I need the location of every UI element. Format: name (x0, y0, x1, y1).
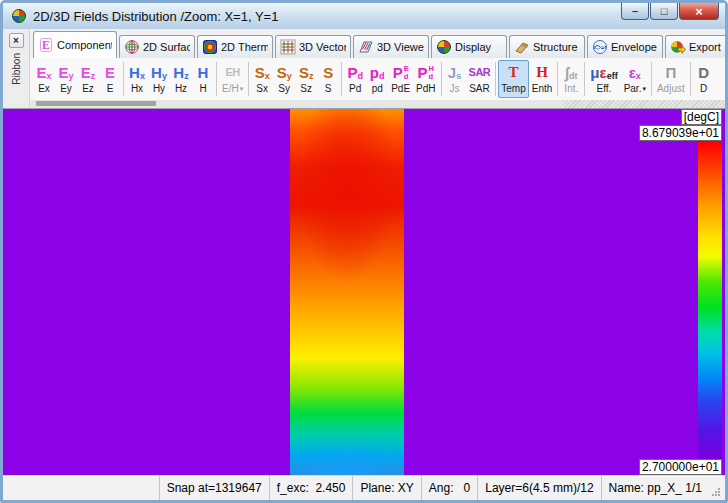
pdh-label: PdH (416, 82, 435, 95)
ey-glyph-icon: Ey (58, 63, 73, 82)
structure-icon (514, 39, 530, 55)
minimize-button[interactable]: – (621, 3, 649, 20)
enth-glyph-icon: H (536, 63, 548, 82)
temp-button[interactable]: TTemp (498, 60, 528, 98)
color-sphere-icon (436, 39, 452, 55)
par-button[interactable]: εxPar.▾ (621, 60, 649, 98)
tab-label: 2D Surface (143, 41, 190, 53)
hz-glyph-icon: Hz (173, 63, 188, 82)
pde-button[interactable]: PEdPdE (388, 60, 413, 98)
toolbar-separator (584, 62, 585, 96)
ribbon-rail-label: Ribbon (11, 53, 22, 85)
temp-glyph-icon: T (509, 63, 519, 82)
d-glyph-icon: D (698, 63, 709, 82)
pd-button[interactable]: PdPd (344, 60, 366, 98)
h-button[interactable]: HH (192, 60, 214, 98)
hz-label: Hz (175, 82, 187, 95)
s-button[interactable]: SS (317, 60, 339, 98)
e-button[interactable]: EE (99, 60, 121, 98)
eff-label: Eff. (597, 82, 612, 95)
tab-components[interactable]: EComponents (33, 31, 117, 58)
tab-display[interactable]: Display (431, 35, 507, 58)
close-button[interactable]: × (679, 3, 719, 20)
resize-grip[interactable] (709, 476, 723, 500)
ribbon-scrollbar-hatch (563, 100, 725, 108)
tab-label: 3D Viewer (377, 41, 424, 53)
e-h-button[interactable]: EHE/H▾ (219, 60, 246, 98)
int-glyph-icon: ∫dt (565, 63, 578, 82)
ribbon-rail: × Ribbon (3, 29, 30, 108)
enth-button[interactable]: HEnth (529, 60, 556, 98)
eff-glyph-icon: μεeff (590, 63, 617, 82)
tab-3d-vector[interactable]: 3D Vector (275, 35, 351, 58)
e-field-icon: E (38, 37, 54, 53)
toolbar-separator (690, 62, 691, 96)
toolbar-separator (123, 62, 124, 96)
pd-button[interactable]: pdpd (366, 60, 388, 98)
ey-button[interactable]: EyEy (55, 60, 77, 98)
s-label: S (325, 82, 332, 95)
envelope-icon (592, 39, 608, 55)
enth-label: Enth (532, 82, 553, 95)
sy-button[interactable]: SySy (273, 60, 295, 98)
restore-button[interactable]: □ (650, 3, 678, 20)
ex-glyph-icon: Ex (36, 63, 51, 82)
adjust-button[interactable]: ΠAdjust (654, 60, 688, 98)
tab-label: Components (57, 39, 112, 51)
h-glyph-icon: H (198, 63, 209, 82)
tab-export[interactable]: Export (665, 35, 725, 58)
js-button[interactable]: JsJs (444, 60, 466, 98)
ex-button[interactable]: ExEx (33, 60, 55, 98)
tab-label: 2D Therm. (221, 41, 268, 53)
ez-button[interactable]: EzEz (77, 60, 99, 98)
hy-button[interactable]: HyHy (148, 60, 170, 98)
hz-button[interactable]: HzHz (170, 60, 192, 98)
viewer-3d-icon (358, 39, 374, 55)
tab-label: Envelope (611, 41, 657, 53)
sar-label: SAR (469, 82, 490, 95)
tab-structure[interactable]: Structure (509, 35, 585, 58)
ez-label: Ez (82, 82, 94, 95)
dropdown-caret-icon: ▾ (642, 82, 646, 95)
colorbar-unit-label: [degC] (681, 109, 722, 125)
tab-2d-surface[interactable]: 2D Surface (119, 35, 195, 58)
colorbar-min-value: 2.700000e+01 (639, 459, 722, 475)
sx-button[interactable]: SxSx (251, 60, 273, 98)
ribbon-collapse-button[interactable]: × (9, 33, 24, 48)
ey-label: Ey (60, 82, 72, 95)
int-button[interactable]: ∫dtInt. (560, 60, 582, 98)
ribbon-scrollbar[interactable] (31, 100, 725, 108)
e-h-glyph-icon: EH (225, 63, 239, 82)
resize-grip-icon (711, 487, 721, 497)
eff-button[interactable]: μεeffEff. (587, 60, 620, 98)
tab-2d-therm[interactable]: 2D Therm. (197, 35, 273, 58)
hx-button[interactable]: HxHx (126, 60, 148, 98)
sar-button[interactable]: SARSAR (466, 60, 494, 98)
app-window: 2D/3D Fields Distribution /Zoom: X=1, Y=… (0, 0, 728, 503)
par-glyph-icon: εx (629, 63, 641, 82)
s-glyph-icon: S (323, 63, 333, 82)
status-bar: Snap at=1319647f_exc: 2.450Plane: XYAng:… (3, 475, 725, 500)
par-label: Par.▾ (624, 82, 646, 95)
tab-envelope[interactable]: Envelope (587, 35, 663, 58)
heat-column (290, 109, 404, 475)
title-bar[interactable]: 2D/3D Fields Distribution /Zoom: X=1, Y=… (3, 3, 725, 29)
tab-3d-viewer[interactable]: 3D Viewer (353, 35, 429, 58)
sz-button[interactable]: SzSz (295, 60, 317, 98)
svg-text:E: E (42, 38, 50, 52)
pdh-button[interactable]: PHdPdH (413, 60, 438, 98)
sx-glyph-icon: Sx (255, 63, 270, 82)
ribbon-scrollbar-thumb[interactable] (36, 101, 156, 106)
toolbar-separator (495, 62, 496, 96)
ez-glyph-icon: Ez (81, 63, 96, 82)
status-item-2: f_exc: 2.450 (269, 476, 353, 500)
field-plot[interactable]: [degC] 8.679039e+01 2.700000e+01 (3, 108, 725, 475)
pd-glyph-icon: Pd (347, 63, 363, 82)
pde-label: PdE (391, 82, 410, 95)
status-item-3: Plane: XY (352, 476, 420, 500)
d-button[interactable]: DD (693, 60, 715, 98)
toolbar-separator (216, 62, 217, 96)
e-label: E (107, 82, 114, 95)
tab-label: Export (689, 41, 721, 53)
export-icon (670, 39, 686, 55)
